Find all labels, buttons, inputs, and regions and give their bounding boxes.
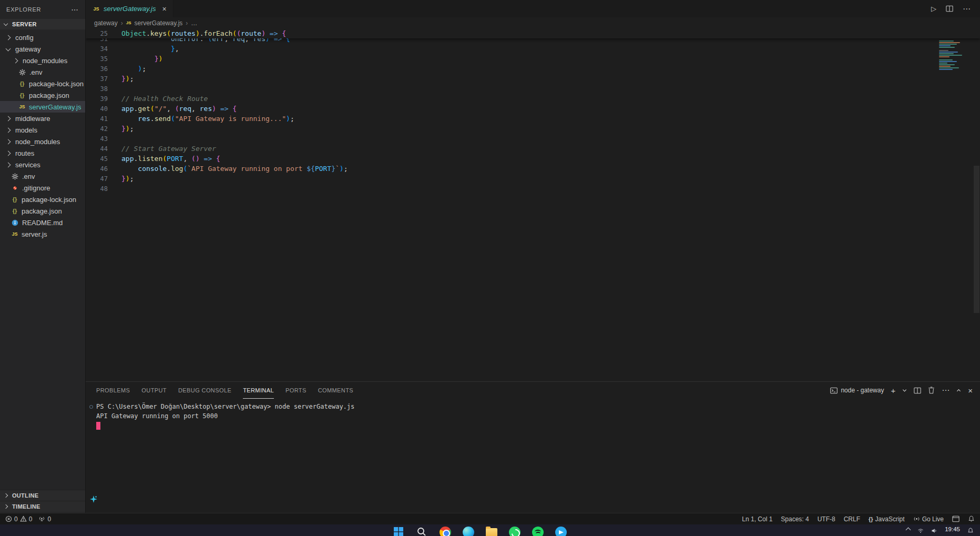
gear-icon (11, 173, 19, 180)
chevron-right-icon (6, 116, 11, 121)
explorer-sidebar: EXPLORER ⋯ SERVER configgatewaynode_modu… (0, 0, 86, 513)
language-mode[interactable]: {} JavaScript (869, 515, 905, 523)
browser-preview-icon[interactable] (952, 515, 959, 522)
panel-tab-problems[interactable]: PROBLEMS (96, 382, 130, 399)
tree-item-package.json[interactable]: {}package.json (0, 89, 85, 101)
folder-taskbar-icon[interactable] (486, 528, 497, 536)
editor-scrollbar[interactable] (974, 166, 979, 313)
breadcrumb-part[interactable]: … (191, 19, 197, 27)
panel-tab-debug-console[interactable]: DEBUG CONSOLE (178, 382, 231, 399)
file-tree: configgatewaynode_modules.env{}package-l… (0, 32, 85, 240)
ports-count: 0 (47, 515, 51, 523)
maximize-panel-icon[interactable] (956, 388, 961, 393)
more-actions-icon[interactable]: ⋯ (963, 4, 971, 14)
tab-servergateway[interactable]: JS serverGateway.js × (86, 0, 173, 17)
panel-more-icon[interactable]: ⋯ (942, 386, 950, 395)
tree-item-.gitignore[interactable]: .gitignore (0, 182, 85, 194)
error-icon (5, 515, 12, 522)
status-bar: 0 0 0 Ln 1, Col 1 Spaces: 4 UTF-8 CRLF {… (0, 513, 980, 524)
error-count: 0 (14, 515, 18, 523)
tree-item-models[interactable]: models (0, 124, 85, 136)
chevron-right-icon (6, 150, 11, 156)
tree-item-node_modules[interactable]: node_modules (0, 136, 85, 147)
js-icon: JS (11, 231, 19, 237)
notifications-bell-icon[interactable] (968, 515, 975, 522)
notification-center-icon[interactable] (967, 527, 974, 536)
code-line-35: 35 }) (86, 54, 980, 64)
panel-tab-comments[interactable]: COMMENTS (318, 382, 353, 399)
search-taskbar-icon[interactable] (416, 527, 428, 536)
code-line-48: 48 (86, 184, 980, 194)
tree-item-config[interactable]: config (0, 32, 85, 43)
panel-toolbar: node - gateway + ⋯ × (830, 382, 973, 399)
windows-taskbar-icon[interactable] (393, 527, 405, 536)
breadcrumb-part[interactable]: gateway (94, 19, 118, 27)
chevron-right-icon (6, 162, 11, 167)
spotify-taskbar-icon[interactable] (532, 527, 544, 536)
tree-item-serverGateway.js[interactable]: JSserverGateway.js (0, 101, 85, 113)
eol-sequence[interactable]: CRLF (844, 515, 860, 523)
new-terminal-icon[interactable]: + (891, 386, 895, 395)
kill-terminal-icon[interactable] (928, 387, 935, 394)
panel-tab-terminal[interactable]: TERMINAL (243, 382, 274, 399)
split-editor-icon[interactable] (946, 5, 953, 12)
cursor-position[interactable]: Ln 1, Col 1 (742, 515, 772, 523)
indentation[interactable]: Spaces: 4 (781, 515, 809, 523)
code-line-41: 41 res.send("API Gateway is running...")… (86, 114, 980, 124)
chrome-taskbar-icon[interactable] (440, 527, 451, 536)
whatsapp-taskbar-icon[interactable] (509, 527, 520, 536)
problems-indicator[interactable]: 0 0 (5, 515, 32, 523)
sparkle-cursor-icon (90, 495, 97, 505)
explorer-title: EXPLORER (6, 6, 41, 13)
section-timeline[interactable]: TIMELINE (0, 501, 85, 512)
tree-item-package.json[interactable]: {}package.json (0, 205, 85, 217)
section-outline-label: OUTLINE (12, 492, 38, 499)
tab-close-icon[interactable]: × (162, 5, 166, 13)
terminal-line: PS C:\Users\Ömer Doğan\Desktop\server\ga… (96, 402, 980, 412)
tree-item-node_modules[interactable]: node_modules (0, 55, 85, 66)
split-terminal-icon[interactable] (914, 387, 921, 394)
clock[interactable]: 19:45 (945, 526, 960, 532)
code-line-46: 46 console.log(`API Gateway running on p… (86, 164, 980, 174)
encoding[interactable]: UTF-8 (818, 515, 835, 523)
views-more-icon[interactable]: ⋯ (71, 5, 79, 14)
braces-icon: {} (18, 80, 26, 87)
ports-indicator[interactable]: 0 (38, 515, 51, 523)
terminal-dropdown-icon[interactable] (902, 388, 907, 393)
tree-item-middleware[interactable]: middleware (0, 113, 85, 124)
run-file-icon[interactable]: ▷ (931, 5, 936, 13)
wifi-icon[interactable] (917, 527, 924, 536)
breadcrumb-part[interactable]: serverGateway.js (135, 19, 183, 27)
tree-item-.env[interactable]: .env (0, 170, 85, 182)
tree-item-package-lock.json[interactable]: {}package-lock.json (0, 78, 85, 89)
code-line-34: 34 }, (86, 44, 980, 54)
terminal-view[interactable]: PS C:\Users\Ömer Doğan\Desktop\server\ga… (86, 399, 980, 513)
tree-item-services[interactable]: services (0, 159, 85, 170)
panel-tab-output[interactable]: OUTPUT (141, 382, 167, 399)
code-editor[interactable]: 25Object.keys(routes).forEach((route) =>… (86, 28, 980, 381)
tray-chevron-up-icon[interactable] (906, 528, 911, 533)
breadcrumb-separator: › (186, 19, 188, 27)
tree-item-gateway[interactable]: gateway (0, 43, 85, 55)
section-timeline-label: TIMELINE (12, 503, 40, 510)
edge-taskbar-icon[interactable] (463, 527, 474, 536)
telegram-taskbar-icon[interactable] (555, 527, 567, 536)
terminal-process[interactable]: node - gateway (830, 387, 884, 394)
speaker-icon[interactable] (931, 527, 937, 536)
js-icon: JS (18, 104, 26, 109)
tree-item-README.md[interactable]: README.md (0, 217, 85, 228)
code-line-31: 31 onError: (err, req, res) => { (86, 38, 980, 44)
section-server[interactable]: SERVER (0, 19, 85, 29)
close-panel-icon[interactable]: × (968, 386, 973, 395)
sticky-scroll-line[interactable]: 25Object.keys(routes).forEach((route) =>… (86, 28, 980, 38)
section-outline[interactable]: OUTLINE (0, 490, 85, 501)
chevron-right-icon (4, 493, 8, 498)
panel-tab-ports[interactable]: PORTS (285, 382, 307, 399)
tree-item-.env[interactable]: .env (0, 66, 85, 78)
code-line-39: 39// Health Check Route (86, 94, 980, 104)
warning-icon (20, 515, 27, 522)
tree-item-routes[interactable]: routes (0, 147, 85, 159)
tree-item-server.js[interactable]: JSserver.js (0, 228, 85, 240)
tree-item-package-lock.json[interactable]: {}package-lock.json (0, 194, 85, 205)
go-live-button[interactable]: Go Live (913, 515, 944, 523)
